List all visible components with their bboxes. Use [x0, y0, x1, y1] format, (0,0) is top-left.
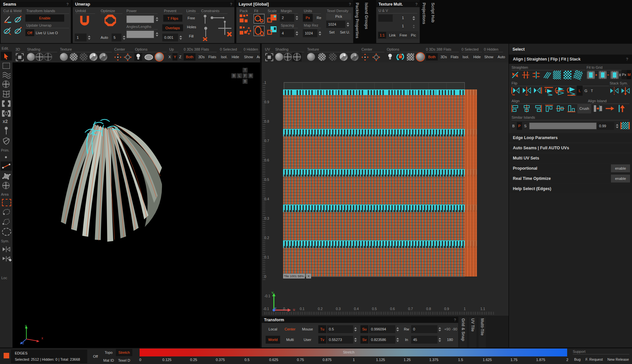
align-center-v-icon[interactable]: [522, 104, 531, 113]
texture-checker-icon[interactable]: [318, 53, 326, 61]
align-island-left-icon[interactable]: [593, 104, 603, 113]
unfold-icon[interactable]: [79, 14, 91, 28]
filter-flats-button[interactable]: Flats: [449, 53, 460, 61]
weld-halves2-tool[interactable]: [2, 109, 11, 117]
texture-checker-dim-icon[interactable]: [329, 53, 337, 61]
uv-island-band[interactable]: [283, 240, 477, 277]
tv-value[interactable]: 0.55273: [327, 336, 353, 344]
tab-script-hub[interactable]: Script Hub: [431, 3, 435, 23]
fit-icon[interactable]: [253, 14, 265, 24]
straighten-selection-icon[interactable]: [511, 71, 519, 79]
auto-show-button[interactable]: Auto: [255, 53, 260, 61]
ratio-pic-button[interactable]: Pic: [409, 32, 418, 38]
up-z-button[interactable]: Z: [178, 53, 183, 61]
constraint-cross-icon[interactable]: [217, 20, 233, 39]
layout-header[interactable]: Layout [Global] ?: [236, 1, 353, 7]
texture-mult-header[interactable]: Texture Mult. ?: [376, 1, 420, 7]
pivot-center-button[interactable]: Center: [281, 325, 299, 333]
tab-packing-properties[interactable]: Packing Properties: [355, 3, 359, 38]
stack-sym-flip-icon[interactable]: [621, 86, 630, 96]
grid-map2-icon[interactable]: [564, 71, 571, 79]
filter-both-button[interactable]: Both: [184, 53, 196, 61]
center-selection-icon[interactable]: [114, 53, 122, 61]
spacing-stepper[interactable]: [295, 29, 299, 37]
ratio-free-button[interactable]: Free: [398, 32, 408, 38]
texel-set-u-button[interactable]: Set U.: [338, 29, 352, 36]
section-multi-uv-sets[interactable]: Multi UV Sets: [509, 154, 632, 163]
units-px-button[interactable]: Px: [303, 14, 313, 22]
fit-selected-icon[interactable]: [253, 26, 265, 36]
flip-horizontal-center-icon[interactable]: [522, 86, 531, 96]
margin-stepper[interactable]: [295, 14, 299, 22]
x2-tool[interactable]: x2: [3, 119, 8, 124]
angles-lengths-stepper[interactable]: [155, 31, 159, 38]
nav-right-button[interactable]: R: [248, 73, 253, 78]
weld-halves-tool[interactable]: [2, 100, 11, 108]
scale-selected-icon[interactable]: [267, 26, 278, 36]
show-button[interactable]: Show: [243, 53, 254, 61]
sv-stepper[interactable]: [395, 336, 400, 344]
prim-edge-tool[interactable]: [1, 161, 12, 171]
in-stepper[interactable]: [437, 336, 442, 344]
seams-header[interactable]: Seams ?: [1, 1, 71, 7]
rw-stepper[interactable]: [437, 325, 442, 333]
uv-island-band[interactable]: [283, 169, 477, 205]
fullscreen-icon[interactable]: [15, 53, 24, 61]
display-off-button[interactable]: Off: [91, 352, 100, 360]
nav-bottom-button[interactable]: B: [243, 79, 248, 84]
unfold-iterations-stepper[interactable]: [87, 34, 91, 41]
optimize-auto-button[interactable]: Auto: [98, 34, 110, 41]
stack-sym-icon[interactable]: [610, 86, 619, 96]
optimize-icon[interactable]: [104, 14, 116, 28]
center-all-icon[interactable]: [123, 53, 132, 61]
filter-3ds-button[interactable]: 3Ds: [439, 53, 448, 61]
area-lasso-tool[interactable]: [2, 208, 11, 216]
flip-tile-button[interactable]: T: [589, 86, 594, 96]
backface-icon[interactable]: [144, 53, 153, 61]
help-icon[interactable]: ?: [230, 2, 232, 6]
similar-s-button[interactable]: S: [523, 122, 528, 130]
space-world-button[interactable]: World: [266, 336, 280, 344]
viewport-uv[interactable]: Tile 1001 58% X v u w 10.90.80.70.60.50.…: [262, 62, 509, 316]
align-left-icon[interactable]: [511, 104, 520, 113]
hide-button[interactable]: Hide: [230, 53, 240, 61]
texel-value[interactable]: 1024: [326, 21, 345, 28]
pin-tool[interactable]: [4, 127, 9, 135]
help-icon[interactable]: ?: [415, 2, 417, 6]
overlaps-threshold-stepper[interactable]: [179, 34, 183, 41]
fit-grid-shrink-icon[interactable]: [598, 71, 609, 79]
prim-polygon-tool[interactable]: [2, 173, 11, 180]
rto-enable-button[interactable]: enable: [611, 175, 630, 182]
tab-uv-tile[interactable]: UV Tile: [469, 318, 476, 349]
map-rez-value[interactable]: 1024: [303, 29, 317, 37]
help-icon[interactable]: ?: [349, 2, 351, 6]
shading-wire-icon[interactable]: [36, 53, 43, 61]
margin-value[interactable]: 2: [280, 14, 294, 22]
fit-grid-exact-icon[interactable]: [610, 71, 621, 79]
flip-horizontal-right-icon[interactable]: [533, 86, 542, 96]
symmetry-add-tool[interactable]: [2, 255, 12, 263]
u-mult-stepper[interactable]: [412, 14, 416, 22]
isolate-button[interactable]: Isol.: [461, 53, 471, 61]
align-island-up-icon[interactable]: [618, 104, 625, 113]
select-arrow-tool[interactable]: [1, 52, 12, 61]
grid-map-icon[interactable]: [553, 71, 561, 79]
align-island-right-icon[interactable]: [605, 104, 615, 113]
nav-left-button[interactable]: L: [237, 73, 242, 78]
flip-horizontal-icon[interactable]: [511, 86, 520, 96]
flip-rotate-bottom-icon[interactable]: [566, 86, 576, 96]
rotate-minus90-button[interactable]: -90: [451, 325, 458, 333]
tv-stepper[interactable]: [353, 336, 358, 344]
deform-lattice-tool[interactable]: [2, 90, 11, 98]
texture-image2-icon[interactable]: [351, 53, 358, 61]
section-help-select[interactable]: Help Select (Edges): [509, 184, 632, 193]
support-bug-button[interactable]: Bug: [572, 355, 583, 363]
cut-tool-icon[interactable]: [3, 15, 12, 24]
shading-latlong-icon[interactable]: [293, 53, 301, 61]
island-outline-icon[interactable]: [416, 53, 424, 61]
pivot-user-button[interactable]: User: [300, 336, 315, 344]
in-value[interactable]: 45: [411, 336, 437, 344]
su-value[interactable]: 0.996094: [369, 325, 395, 333]
support-f-request-button[interactable]: F. Request: [584, 355, 604, 363]
display-mat-id-button[interactable]: Mat ID: [102, 357, 115, 364]
